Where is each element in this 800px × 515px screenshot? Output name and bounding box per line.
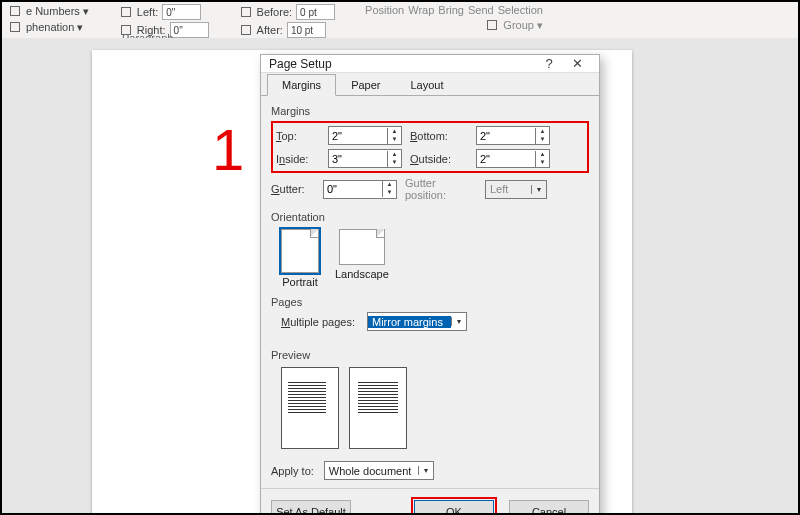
- gutter-position-select: Left▾: [485, 180, 547, 199]
- dialog-titlebar[interactable]: Page Setup ? ✕: [261, 55, 599, 73]
- gutter-spinner[interactable]: ▲▼: [323, 180, 397, 199]
- pages-group-title: Pages: [271, 296, 589, 308]
- help-button[interactable]: ?: [535, 56, 563, 71]
- dialog-title: Page Setup: [269, 57, 535, 71]
- top-spinner[interactable]: ▲▼: [328, 126, 402, 145]
- spacing-after-input[interactable]: 10 pt: [287, 22, 326, 38]
- bottom-label: Bottom:: [410, 130, 470, 142]
- ok-button[interactable]: OK: [414, 500, 494, 515]
- preview-group-title: Preview: [271, 349, 589, 361]
- page-setup-dialog: Page Setup ? ✕ Margins Paper Layout Marg…: [260, 54, 600, 515]
- top-label: Top:: [276, 130, 322, 142]
- spacing-after-icon: [239, 23, 253, 37]
- page-area: 1 2 Page Setup ? ✕ Margins Paper Layout …: [2, 38, 798, 513]
- multiple-pages-select[interactable]: Mirror margins▾: [367, 312, 467, 331]
- set-as-default-button[interactable]: Set As Default: [271, 500, 351, 515]
- apply-to-label: Apply to:: [271, 465, 314, 477]
- tab-paper[interactable]: Paper: [336, 74, 395, 96]
- orientation-portrait[interactable]: Portrait: [281, 229, 319, 288]
- annotation-1: 1: [212, 116, 244, 183]
- ok-highlight: OK: [411, 497, 497, 515]
- indent-left-icon: [119, 5, 133, 19]
- apply-to-select[interactable]: Whole document▾: [324, 461, 434, 480]
- cancel-button[interactable]: Cancel: [509, 500, 589, 515]
- indent-left-input[interactable]: 0": [162, 4, 201, 20]
- inside-spinner[interactable]: ▲▼: [328, 149, 402, 168]
- outside-label: Outside:: [410, 153, 470, 165]
- orientation-landscape[interactable]: Landscape: [335, 229, 389, 288]
- group-button[interactable]: Group ▾: [503, 19, 543, 32]
- orientation-group-title: Orientation: [271, 211, 589, 223]
- multiple-pages-label: Multiple pages:: [281, 316, 355, 328]
- preview-area: [281, 367, 589, 449]
- spacing-before-input[interactable]: 0 pt: [296, 4, 335, 20]
- inside-label: Inside:: [276, 153, 322, 165]
- gutter-label: Gutter:: [271, 183, 317, 195]
- bottom-spinner[interactable]: ▲▼: [476, 126, 550, 145]
- hyphenation-button[interactable]: phenation ▾: [8, 20, 89, 34]
- line-numbers-button[interactable]: e Numbers ▾: [8, 4, 89, 18]
- gutter-position-label: Gutter position:: [405, 177, 479, 201]
- group-icon: [485, 18, 499, 32]
- outside-spinner[interactable]: ▲▼: [476, 149, 550, 168]
- margins-highlight-box: Top: ▲▼ Bottom: ▲▼ Inside: ▲▼ Outside: ▲…: [271, 121, 589, 173]
- margins-group-title: Margins: [271, 105, 589, 117]
- close-button[interactable]: ✕: [563, 56, 591, 71]
- spacing-before-icon: [239, 5, 253, 19]
- indent-left-label: Left:: [137, 6, 158, 18]
- indent-right-input[interactable]: 0": [170, 22, 209, 38]
- tab-layout[interactable]: Layout: [395, 74, 458, 96]
- tab-margins[interactable]: Margins: [267, 74, 336, 96]
- dialog-tabs: Margins Paper Layout: [261, 73, 599, 96]
